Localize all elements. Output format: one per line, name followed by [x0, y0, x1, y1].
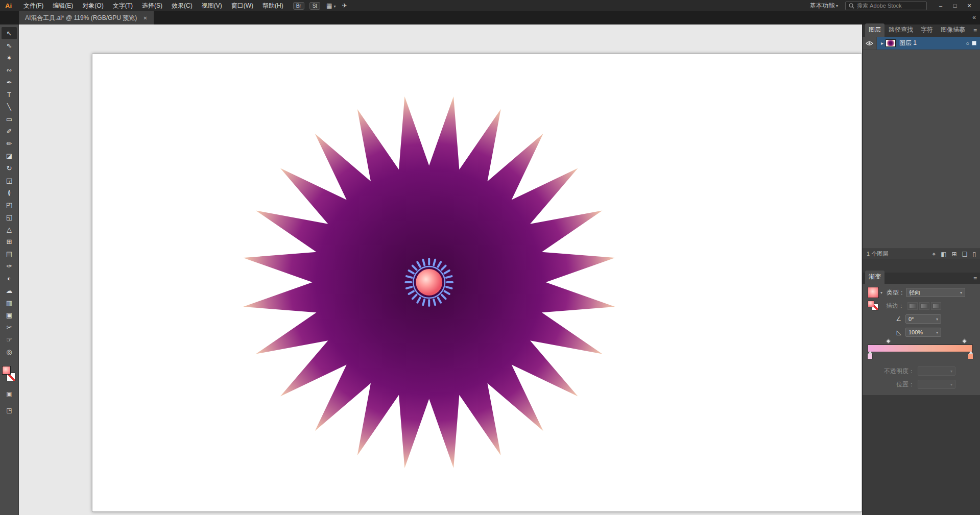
layer-name[interactable]: 图层 1 [899, 39, 966, 47]
minimize-button[interactable]: – [934, 1, 947, 11]
gradient-fill-proxy[interactable] [868, 301, 874, 307]
menu-window[interactable]: 窗口(W) [227, 0, 258, 11]
blend-center-ball[interactable] [416, 269, 442, 296]
gradient-midpoint-left[interactable] [886, 339, 891, 344]
stock-search[interactable] [845, 2, 927, 10]
tool-eraser[interactable]: ◪ [2, 150, 17, 162]
layer-row-selected-area[interactable]: ▸ 图层 1 ○ [877, 37, 980, 50]
close-button[interactable]: ✕ [963, 1, 976, 11]
stock-button[interactable]: St [309, 2, 320, 10]
gradient-ramp[interactable] [868, 345, 973, 352]
fill-color-swatch[interactable] [2, 366, 11, 375]
tab-character[interactable]: 字符 [917, 23, 937, 37]
gradient-panel-menu-icon[interactable]: ≡ [973, 275, 977, 282]
tool-scale[interactable]: ◲ [2, 174, 17, 186]
gradient-swatch[interactable] [868, 287, 879, 298]
tool-rotate[interactable]: ↻ [2, 162, 17, 174]
stroke-gradient-within-icon[interactable] [907, 302, 918, 310]
new-layer-icon[interactable]: ❑ [962, 251, 968, 258]
menu-view[interactable]: 视图(V) [197, 0, 227, 11]
fill-stroke-swatches [2, 366, 17, 384]
expand-layer-icon[interactable]: ▸ [881, 40, 883, 46]
tool-width[interactable]: ≬ [2, 186, 17, 199]
gradient-aspect-select[interactable]: 100% ▾ [905, 328, 941, 337]
target-circle-icon[interactable]: ○ [966, 40, 969, 46]
locate-object-icon[interactable]: ⌖ [932, 251, 936, 258]
stroke-gradient-along-icon[interactable] [919, 302, 929, 310]
layer-row[interactable]: ▸ 图层 1 ○ [863, 37, 980, 50]
tool-blend[interactable]: ◐ [2, 272, 17, 284]
gradient-angle-select[interactable]: 0° ▾ [905, 314, 941, 324]
gradient-opacity-select: ▾ [918, 366, 955, 376]
selection-color-chip[interactable] [972, 41, 976, 45]
draw-mode-icon[interactable]: ▣ [6, 390, 12, 401]
tool-line-segment[interactable]: ╲ [2, 101, 17, 113]
tab-pathfinder[interactable]: 路径查找 [885, 23, 917, 37]
workspace-switcher[interactable]: 基本功能▾ [810, 2, 838, 10]
panel-menu-icon[interactable]: ≡ [973, 27, 977, 34]
bridge-button[interactable]: Br [293, 2, 304, 10]
tool-zoom[interactable]: ◎ [2, 346, 17, 358]
tool-shape-builder[interactable]: ◱ [2, 211, 17, 223]
tool-pen[interactable]: ✒ [2, 76, 17, 88]
tool-selection[interactable]: ↖ [2, 27, 17, 39]
menu-help[interactable]: 帮助(H) [258, 0, 288, 11]
tool-symbol-sprayer[interactable]: ☁ [2, 284, 17, 297]
screen-mode-icon[interactable]: ◳ [6, 407, 12, 417]
layer-count: 1 个图层 [867, 250, 888, 258]
tool-paintbrush[interactable]: ✐ [2, 125, 17, 137]
layer-thumbnail[interactable] [886, 39, 896, 47]
tool-column-graph[interactable]: ▥ [2, 297, 17, 309]
document-tab[interactable]: AI混合工具.ai* @ 119% (RGB/GPU 预览) ✕ [19, 11, 154, 24]
chevron-down-icon: ▾ [936, 317, 938, 322]
clipping-mask-icon[interactable]: ◧ [941, 251, 946, 258]
tool-hand[interactable]: ☞ [2, 333, 17, 346]
tool-mesh[interactable]: ⊞ [2, 235, 17, 248]
gradient-midpoint-right[interactable] [962, 339, 967, 344]
gradient-panel-header: 渐变 ≡ [863, 273, 980, 284]
blend-artwork[interactable] [92, 54, 862, 511]
menu-edit[interactable]: 编辑(E) [48, 0, 78, 11]
stroke-gradient-across-icon[interactable] [931, 302, 941, 310]
gradient-preset-chevron-icon[interactable]: ▾ [880, 290, 882, 295]
tool-gradient[interactable]: ▤ [2, 248, 17, 260]
tab-close-icon[interactable]: ✕ [143, 15, 147, 21]
gradient-stop-right[interactable] [968, 354, 973, 359]
tool-perspective-grid[interactable]: △ [2, 223, 17, 235]
pasteboard[interactable] [19, 24, 862, 515]
tool-slice[interactable]: ✂ [2, 321, 17, 333]
menu-bar: Ai 文件(F) 编辑(E) 对象(O) 文字(T) 选择(S) 效果(C) 视… [0, 0, 980, 11]
menu-effect[interactable]: 效果(C) [167, 0, 197, 11]
delete-layer-icon[interactable]: ▯ [972, 251, 976, 258]
tool-rectangle[interactable]: ▭ [2, 113, 17, 125]
menu-type[interactable]: 文字(T) [108, 0, 137, 11]
collapse-dock-icon[interactable]: « [972, 14, 975, 21]
search-input[interactable] [857, 3, 918, 9]
tool-eyedropper[interactable]: ✑ [2, 260, 17, 272]
gradient-type-select[interactable]: 径向 ▾ [906, 288, 965, 297]
gradient-angle-value: 0° [909, 316, 914, 322]
artboard[interactable] [92, 54, 862, 512]
tool-artboard[interactable]: ▣ [2, 309, 17, 321]
share-icon[interactable]: ✈ [342, 2, 347, 9]
chevron-down-icon: ▾ [936, 330, 938, 335]
menu-select[interactable]: 选择(S) [137, 0, 167, 11]
arrange-documents-icon[interactable]: ▦▾ [326, 2, 336, 9]
visibility-cell[interactable] [863, 37, 877, 50]
menu-file[interactable]: 文件(F) [19, 0, 48, 11]
tool-free-transform[interactable]: ◰ [2, 199, 17, 211]
tool-pencil[interactable]: ✏ [2, 137, 17, 150]
restore-button[interactable]: □ [948, 1, 962, 11]
tool-magic-wand[interactable]: ✶ [2, 52, 17, 64]
gradient-stop-left[interactable] [867, 354, 873, 359]
tool-lasso[interactable]: ∾ [2, 64, 17, 76]
tool-direct-selection[interactable]: ⇖ [2, 39, 17, 52]
gradient-aspect-value: 100% [909, 329, 923, 335]
new-sublayer-icon[interactable]: ⊞ [952, 251, 957, 258]
chevron-down-icon: ▾ [333, 4, 336, 9]
tab-layers[interactable]: 图层 [865, 23, 885, 37]
menu-object[interactable]: 对象(O) [78, 0, 108, 11]
tab-gradient[interactable]: 渐变 [865, 271, 885, 284]
tab-image-trace[interactable]: 图像描摹 [937, 23, 969, 37]
tool-type[interactable]: T [2, 88, 17, 101]
